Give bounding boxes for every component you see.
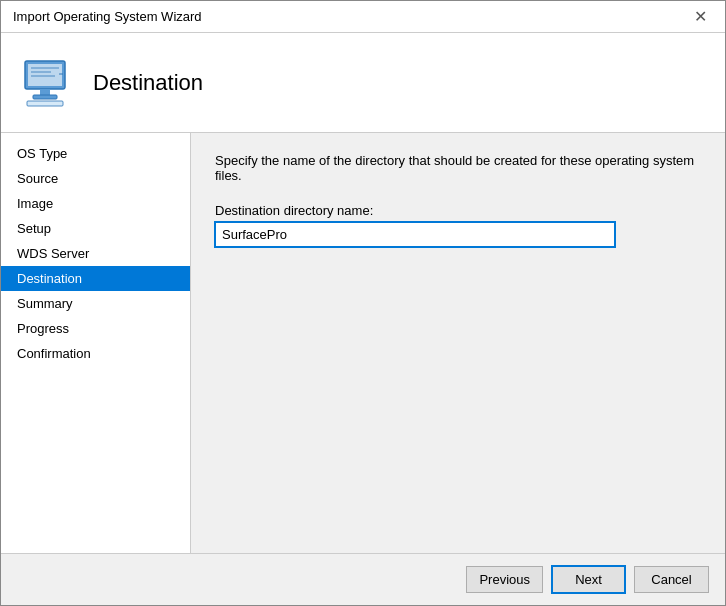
sidebar-item-wds-server[interactable]: WDS Server xyxy=(1,241,190,266)
svg-rect-6 xyxy=(33,95,57,99)
svg-rect-4 xyxy=(31,75,55,77)
directory-label: Destination directory name: xyxy=(215,203,701,218)
close-button[interactable]: ✕ xyxy=(688,7,713,27)
sidebar-item-confirmation[interactable]: Confirmation xyxy=(1,341,190,366)
header-area: Destination xyxy=(1,33,725,133)
directory-input[interactable] xyxy=(215,222,615,247)
computer-icon xyxy=(21,55,77,111)
footer-area: Previous Next Cancel xyxy=(1,553,725,605)
svg-rect-3 xyxy=(31,71,51,73)
title-bar: Import Operating System Wizard ✕ xyxy=(1,1,725,33)
sidebar: OS Type Source Image Setup WDS Server De… xyxy=(1,133,191,553)
sidebar-item-summary[interactable]: Summary xyxy=(1,291,190,316)
page-title: Destination xyxy=(93,70,203,96)
svg-rect-2 xyxy=(31,67,59,69)
sidebar-item-destination[interactable]: Destination xyxy=(1,266,190,291)
wizard-window: Import Operating System Wizard ✕ xyxy=(0,0,726,606)
previous-button[interactable]: Previous xyxy=(466,566,543,593)
window-title: Import Operating System Wizard xyxy=(13,9,202,24)
sidebar-item-setup[interactable]: Setup xyxy=(1,216,190,241)
svg-rect-5 xyxy=(40,89,50,95)
cancel-button[interactable]: Cancel xyxy=(634,566,709,593)
svg-rect-8 xyxy=(27,101,63,106)
description-text: Specify the name of the directory that s… xyxy=(215,153,701,183)
form-group: Destination directory name: xyxy=(215,203,701,247)
sidebar-item-image[interactable]: Image xyxy=(1,191,190,216)
sidebar-item-os-type[interactable]: OS Type xyxy=(1,141,190,166)
sidebar-item-progress[interactable]: Progress xyxy=(1,316,190,341)
sidebar-item-source[interactable]: Source xyxy=(1,166,190,191)
content-area: OS Type Source Image Setup WDS Server De… xyxy=(1,133,725,553)
svg-rect-7 xyxy=(59,73,63,75)
main-content: Specify the name of the directory that s… xyxy=(191,133,725,553)
next-button[interactable]: Next xyxy=(551,565,626,594)
